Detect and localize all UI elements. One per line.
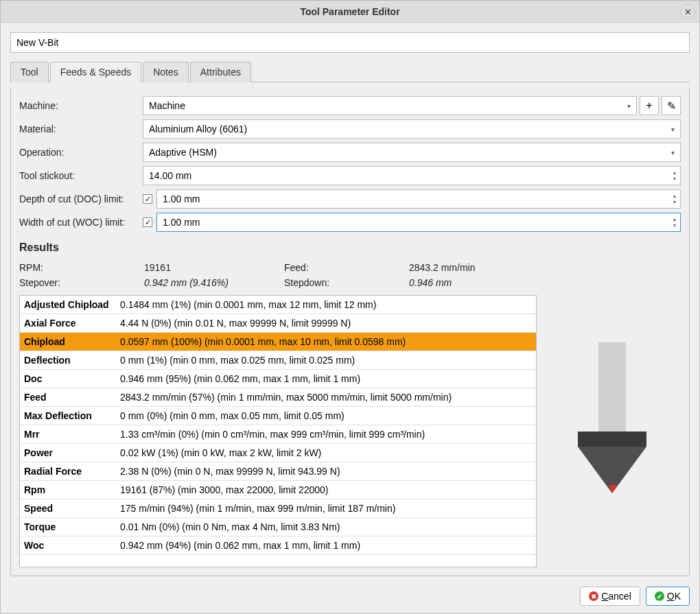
svg-rect-1 [578,432,646,447]
material-value: Aluminium Alloy (6061) [149,123,247,134]
result-name: Rpm [20,481,116,499]
result-name: Chipload [20,333,116,351]
table-row: Doc0.946 mm (95%) (min 0.062 mm, max 1 m… [20,370,536,388]
spin-arrows-icon[interactable]: ▴▾ [670,191,679,207]
results-heading: Results [19,241,681,254]
results-table-scroll[interactable]: Adjusted Chipload0.1484 mm (1%) (min 0.0… [19,295,537,567]
result-name: Speed [20,499,116,518]
window-title: Tool Parameter Editor [300,6,399,17]
spin-arrows-icon[interactable]: ▴▾ [670,214,679,231]
table-row: Max Deflection0 mm (0%) (min 0 mm, max 0… [20,407,536,425]
feeds-speeds-panel: Machine: Machine + ✎ Material: Aluminium… [10,88,690,576]
table-row: Torque0.01 Nm (0%) (min 0 Nm, max 4 Nm, … [20,518,536,536]
result-value: 0.942 mm (94%) (min 0.062 mm, max 1 mm, … [116,536,536,555]
result-name: Mrr [20,425,116,444]
result-name: Max Deflection [20,407,116,425]
tab-notes[interactable]: Notes [143,62,189,82]
tool-preview [544,295,681,567]
doc-value: 1.00 mm [163,193,200,204]
table-row: Power0.02 kW (1%) (min 0 kW, max 2 kW, l… [20,444,536,462]
operation-value: Adaptive (HSM) [149,147,217,158]
tab-attributes[interactable]: Attributes [190,62,251,82]
result-name: Feed [20,388,116,407]
window-close-button[interactable]: ✕ [680,4,695,19]
titlebar: Tool Parameter Editor ✕ [1,1,699,23]
table-row: Woc0.942 mm (94%) (min 0.062 mm, max 1 m… [20,536,536,555]
table-row: Chipload0.0597 mm (100%) (min 0.0001 mm,… [20,333,536,351]
stepover-value: 0.942 mm (9.416%) [144,277,281,288]
tab-feeds-speeds[interactable]: Feeds & Speeds [50,62,142,82]
material-combo[interactable]: Aluminium Alloy (6061) [143,119,681,139]
result-value: 0.02 kW (1%) (min 0 kW, max 2 kW, limit … [116,444,536,462]
vbit-icon [557,335,667,528]
results-table: Adjusted Chipload0.1484 mm (1%) (min 0.0… [20,296,536,555]
table-row: Speed175 m/min (94%) (min 1 m/min, max 9… [20,499,536,518]
ok-icon: ✔ [655,591,664,601]
result-value: 1.33 cm³/min (0%) (min 0 cm³/min, max 99… [116,425,536,444]
table-row: Axial Force4.44 N (0%) (min 0.01 N, max … [20,314,536,333]
result-name: Power [20,444,116,462]
cancel-button[interactable]: ✖ Cancel [580,587,640,606]
doc-limit-checkbox[interactable]: ✓ [143,194,152,204]
stickout-spinner[interactable]: 14.00 mm▴▾ [143,166,681,185]
result-name: Adjusted Chipload [20,296,116,314]
tab-tool[interactable]: Tool [10,62,49,82]
result-value: 0 mm (0%) (min 0 mm, max 0.05 mm, limit … [116,407,536,425]
table-row: Radial Force2.38 N (0%) (min 0 N, max 99… [20,462,536,481]
result-name: Deflection [20,351,116,370]
svg-rect-0 [598,342,626,432]
result-value: 175 m/min (94%) (min 1 m/min, max 999 m/… [116,499,536,518]
result-value: 0.1484 mm (1%) (min 0.0001 mm, max 12 mm… [116,296,536,314]
check-icon: ✓ [145,195,151,204]
cancel-icon: ✖ [589,591,598,601]
ok-button[interactable]: ✔ OK [646,587,690,606]
result-value: 0.01 Nm (0%) (min 0 Nm, max 4 Nm, limit … [116,518,536,536]
feed-value: 2843.2 mm/min [409,262,546,273]
result-value: 2.38 N (0%) (min 0 N, max 99999 N, limit… [116,462,536,481]
result-value: 2843.2 mm/min (57%) (min 1 mm/min, max 5… [116,388,536,407]
tab-bar: Tool Feeds & Speeds Notes Attributes [10,61,690,82]
doc-limit-spinner[interactable]: 1.00 mm▴▾ [156,189,681,209]
operation-combo[interactable]: Adaptive (HSM) [143,143,681,162]
stepdown-value: 0.946 mm [409,277,546,288]
rpm-label: RPM: [19,262,141,273]
machine-combo[interactable]: Machine [143,96,637,115]
add-machine-button[interactable]: + [640,96,659,115]
result-name: Doc [20,370,116,388]
woc-limit-spinner[interactable]: 1.00 mm▴▾ [156,213,681,232]
feed-label: Feed: [284,262,406,273]
result-value: 0.0597 mm (100%) (min 0.0001 mm, max 10 … [116,333,536,351]
result-name: Woc [20,536,116,555]
machine-label: Machine: [19,100,139,111]
dialog-footer: ✖ Cancel ✔ OK [1,586,699,613]
check-icon: ✓ [145,218,151,227]
result-name: Torque [20,518,116,536]
content-area: Tool Feeds & Speeds Notes Attributes Mac… [1,23,699,586]
result-value: 4.44 N (0%) (min 0.01 N, max 99999 N, li… [116,314,536,333]
stickout-value: 14.00 mm [149,170,191,181]
stickout-label: Tool stickout: [19,170,139,181]
ok-label: OK [667,591,681,602]
plus-icon: + [646,99,652,112]
results-summary: RPM: 19161 Feed: 2843.2 mm/min Stepover:… [19,262,681,288]
edit-machine-button[interactable]: ✎ [662,96,681,115]
result-value: 0 mm (1%) (min 0 mm, max 0.025 mm, limit… [116,351,536,370]
woc-limit-label: Width of cut (WOC) limit: [19,217,139,228]
woc-limit-checkbox[interactable]: ✓ [143,217,152,227]
table-row: Adjusted Chipload0.1484 mm (1%) (min 0.0… [20,296,536,314]
table-row: Mrr1.33 cm³/min (0%) (min 0 cm³/min, max… [20,425,536,444]
editor-window: Tool Parameter Editor ✕ Tool Feeds & Spe… [0,0,700,614]
tool-name-input[interactable] [10,32,690,53]
table-row: Feed2843.2 mm/min (57%) (min 1 mm/min, m… [20,388,536,407]
table-row: Deflection0 mm (1%) (min 0 mm, max 0.025… [20,351,536,370]
woc-value: 1.00 mm [163,217,200,228]
stepdown-label: Stepdown: [284,277,406,288]
edit-icon: ✎ [667,99,676,113]
rpm-value: 19161 [144,262,281,273]
spin-arrows-icon[interactable]: ▴▾ [670,167,679,184]
doc-limit-label: Depth of cut (DOC) limit: [19,193,139,204]
result-name: Radial Force [20,462,116,481]
material-label: Material: [19,123,139,134]
operation-label: Operation: [19,147,139,158]
machine-value: Machine [149,100,185,111]
